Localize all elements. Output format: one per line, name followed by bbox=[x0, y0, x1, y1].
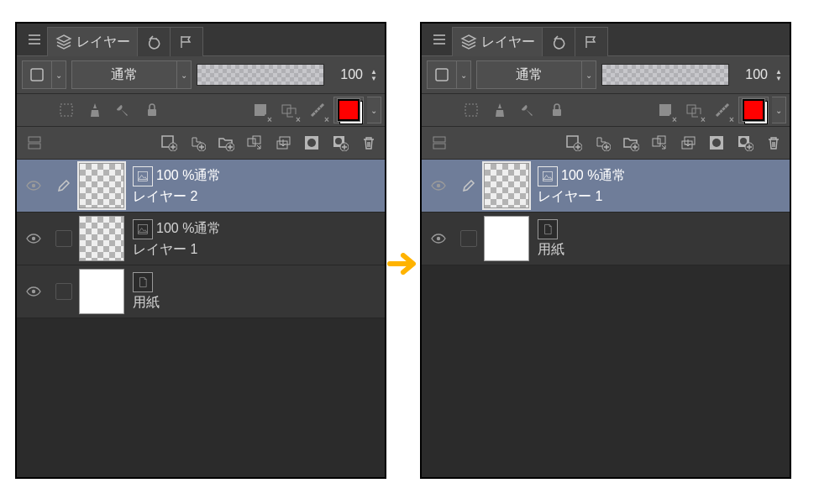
layer-row[interactable]: 100 %通常 レイヤー 2 bbox=[17, 160, 385, 213]
new-vector-layer-icon[interactable] bbox=[590, 130, 615, 155]
raster-layer-icon bbox=[133, 166, 153, 186]
visibility-toggle[interactable] bbox=[422, 230, 455, 247]
apply-mask-icon[interactable] bbox=[328, 130, 353, 155]
tab-layers[interactable]: レイヤー bbox=[452, 27, 543, 56]
opacity-slider[interactable] bbox=[601, 64, 729, 86]
blend-mode-dropdown[interactable]: 通常 ⌄ bbox=[476, 60, 596, 89]
delete-layer-icon[interactable] bbox=[761, 130, 786, 155]
svg-point-45 bbox=[740, 138, 747, 144]
visibility-toggle[interactable] bbox=[422, 177, 455, 194]
chevron-down-icon: ⌄ bbox=[52, 60, 66, 89]
layer-row[interactable]: 100 %通常 レイヤー 1 bbox=[422, 160, 790, 213]
new-vector-layer-icon[interactable] bbox=[185, 130, 210, 155]
new-raster-layer-icon[interactable] bbox=[561, 130, 586, 155]
link-indicator[interactable] bbox=[455, 230, 482, 247]
layer-thumbnail[interactable] bbox=[79, 216, 124, 261]
color-swatch-red bbox=[338, 99, 360, 121]
delete-layer-icon[interactable] bbox=[356, 130, 381, 155]
link-indicator[interactable] bbox=[50, 230, 77, 247]
layer-name: レイヤー 1 bbox=[538, 188, 790, 206]
layer-thumbnail[interactable] bbox=[79, 269, 124, 314]
lock-transparency-icon[interactable] bbox=[459, 97, 484, 123]
lock-position-icon[interactable] bbox=[516, 97, 541, 123]
svg-point-47 bbox=[437, 184, 440, 187]
layer-lock-row: × × × ⌄ bbox=[422, 94, 790, 127]
lock-pixel-icon[interactable] bbox=[82, 97, 108, 123]
visibility-toggle[interactable] bbox=[17, 230, 50, 247]
transfer-layer-icon[interactable] bbox=[647, 130, 672, 155]
svg-point-25 bbox=[32, 290, 35, 293]
svg-rect-4 bbox=[282, 105, 291, 113]
panel-view-toggle-icon[interactable] bbox=[427, 130, 452, 155]
lock-all-icon[interactable] bbox=[139, 97, 165, 123]
new-folder-icon[interactable] bbox=[213, 130, 239, 155]
lock-position-icon[interactable] bbox=[111, 97, 136, 123]
lock-transparency-icon[interactable] bbox=[54, 97, 79, 123]
svg-rect-13 bbox=[253, 136, 260, 144]
svg-rect-32 bbox=[433, 137, 445, 142]
merge-layer-icon[interactable] bbox=[270, 130, 296, 155]
tab-auto-action[interactable] bbox=[170, 27, 203, 56]
layer-ops-row bbox=[422, 127, 790, 160]
undo-arrow-icon bbox=[549, 33, 568, 51]
ruler-toggle-icon[interactable]: × bbox=[710, 97, 735, 123]
tab-layers[interactable]: レイヤー bbox=[47, 27, 138, 56]
hamburger-icon[interactable] bbox=[427, 24, 452, 55]
svg-rect-1 bbox=[60, 104, 72, 116]
svg-rect-33 bbox=[433, 144, 445, 149]
layer-kind-dropdown[interactable]: ⌄ bbox=[427, 60, 471, 89]
layer-mask-icon[interactable] bbox=[704, 130, 729, 155]
merge-layer-icon[interactable] bbox=[675, 130, 701, 155]
tab-history[interactable] bbox=[137, 27, 171, 56]
layer-mask-icon[interactable] bbox=[299, 130, 324, 155]
hamburger-icon[interactable] bbox=[22, 24, 47, 55]
apply-mask-icon[interactable] bbox=[732, 130, 758, 155]
blend-mode-label: 通常 bbox=[71, 60, 177, 89]
visibility-toggle[interactable] bbox=[17, 283, 50, 300]
palette-color-button[interactable] bbox=[333, 97, 364, 123]
opacity-stepper[interactable]: ▲▼ bbox=[773, 65, 785, 85]
chevron-down-icon[interactable]: ⌄ bbox=[772, 97, 786, 123]
visibility-toggle[interactable] bbox=[17, 177, 50, 194]
paper-layer-icon bbox=[133, 272, 153, 292]
tab-auto-action[interactable] bbox=[575, 27, 608, 56]
svg-point-23 bbox=[32, 237, 35, 240]
ruler-toggle-icon[interactable]: × bbox=[305, 97, 330, 123]
layer-thumbnail[interactable] bbox=[484, 163, 529, 208]
lock-pixel-icon[interactable] bbox=[487, 97, 512, 123]
layer-kind-dropdown[interactable]: ⌄ bbox=[22, 60, 66, 89]
layer-row[interactable]: 100 %通常 レイヤー 1 bbox=[17, 213, 385, 265]
layer-kind-swatch bbox=[22, 60, 52, 89]
opacity-stepper[interactable]: ▲▼ bbox=[368, 65, 380, 85]
chevron-down-icon: ⌄ bbox=[582, 60, 596, 89]
new-raster-layer-icon[interactable] bbox=[156, 130, 181, 155]
raster-layer-icon bbox=[133, 219, 153, 239]
palette-color-button[interactable] bbox=[738, 97, 769, 123]
opacity-value: 100 bbox=[329, 67, 363, 82]
lock-all-icon[interactable] bbox=[544, 97, 570, 123]
svg-point-43 bbox=[712, 139, 721, 147]
svg-rect-28 bbox=[553, 109, 561, 116]
opacity-slider[interactable] bbox=[197, 64, 324, 86]
chevron-down-icon[interactable]: ⌄ bbox=[367, 97, 381, 123]
reference-layer-icon[interactable]: × bbox=[248, 97, 273, 123]
link-indicator[interactable] bbox=[50, 283, 77, 300]
layer-thumbnail[interactable] bbox=[79, 163, 124, 208]
tab-history[interactable] bbox=[542, 27, 575, 56]
transfer-layer-icon[interactable] bbox=[242, 130, 267, 155]
draft-layer-icon[interactable]: × bbox=[276, 97, 302, 123]
svg-point-17 bbox=[307, 139, 316, 147]
layer-row[interactable]: 用紙 bbox=[17, 265, 385, 318]
layer-thumbnail[interactable] bbox=[484, 216, 529, 261]
reference-layer-icon[interactable]: × bbox=[653, 97, 678, 123]
svg-point-21 bbox=[32, 184, 35, 187]
chevron-down-icon: ⌄ bbox=[177, 60, 192, 89]
layer-row[interactable]: 用紙 bbox=[422, 213, 790, 265]
layer-name: 用紙 bbox=[133, 294, 385, 312]
layer-list: 100 %通常 レイヤー 1 用紙 bbox=[422, 160, 790, 477]
panel-view-toggle-icon[interactable] bbox=[22, 130, 47, 155]
layers-panel-before: レイヤー ⌄ 通常 ⌄ bbox=[15, 22, 386, 479]
draft-layer-icon[interactable]: × bbox=[681, 97, 706, 123]
blend-mode-dropdown[interactable]: 通常 ⌄ bbox=[71, 60, 192, 89]
new-folder-icon[interactable] bbox=[618, 130, 643, 155]
